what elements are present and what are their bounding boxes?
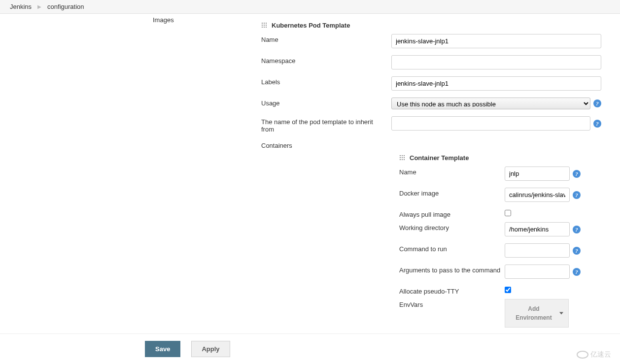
- breadcrumb: Jenkins ▶ configuration: [0, 0, 620, 14]
- container-template-header: Container Template: [399, 151, 601, 166]
- help-icon[interactable]: ?: [573, 247, 581, 255]
- container-name-label: Name: [399, 166, 501, 176]
- add-envvar-label: Add Environment: [516, 305, 551, 321]
- help-icon[interactable]: ?: [593, 120, 601, 128]
- tty-label: Allocate pseudo-TTY: [399, 286, 501, 295]
- help-icon[interactable]: ?: [573, 191, 581, 199]
- command-label: Command to run: [399, 243, 501, 253]
- usage-label: Usage: [261, 98, 387, 107]
- name-input[interactable]: [391, 34, 601, 48]
- cloud-icon: [577, 351, 588, 359]
- caret-down-icon: [559, 312, 563, 315]
- help-icon[interactable]: ?: [573, 268, 581, 276]
- breadcrumb-current[interactable]: configuration: [47, 3, 84, 10]
- watermark-text: 亿速云: [590, 350, 611, 359]
- save-button[interactable]: Save: [145, 341, 180, 357]
- namespace-input[interactable]: [391, 55, 601, 69]
- usage-select[interactable]: Use this node as much as possible: [391, 98, 590, 109]
- add-envvar-button[interactable]: Add Environment: [505, 299, 569, 328]
- inherit-label: The name of the pod template to inherit …: [261, 116, 387, 133]
- workdir-label: Working directory: [399, 222, 501, 232]
- container-template-title: Container Template: [410, 154, 469, 162]
- section-label-images: Images: [153, 16, 174, 24]
- labels-input[interactable]: [391, 76, 601, 91]
- help-icon[interactable]: ?: [573, 170, 581, 178]
- always-pull-label: Always pull image: [399, 209, 501, 218]
- drag-handle-icon[interactable]: [261, 22, 268, 29]
- args-input[interactable]: [505, 265, 570, 279]
- apply-button[interactable]: Apply: [191, 341, 230, 357]
- tty-checkbox[interactable]: [505, 287, 511, 293]
- labels-label: Labels: [261, 76, 387, 86]
- help-icon[interactable]: ?: [573, 226, 581, 233]
- help-icon[interactable]: ?: [593, 99, 601, 107]
- envvars-label: EnvVars: [399, 299, 501, 308]
- docker-image-label: Docker image: [399, 188, 501, 197]
- pod-template-title: Kubernetes Pod Template: [272, 22, 350, 29]
- bottom-bar: Save Apply: [0, 333, 620, 364]
- inherit-input[interactable]: [391, 116, 590, 131]
- pod-template-header: Kubernetes Pod Template: [261, 19, 601, 34]
- watermark: 亿速云: [577, 350, 611, 359]
- containers-label: Containers: [261, 140, 387, 149]
- namespace-label: Namespace: [261, 55, 387, 65]
- drag-handle-icon[interactable]: [399, 155, 406, 161]
- command-input[interactable]: [505, 243, 570, 258]
- docker-image-input[interactable]: [505, 188, 570, 202]
- args-label: Arguments to pass to the command: [399, 265, 501, 274]
- breadcrumb-root[interactable]: Jenkins: [10, 3, 32, 10]
- name-label: Name: [261, 34, 387, 43]
- always-pull-checkbox[interactable]: [505, 210, 511, 216]
- chevron-right-icon: ▶: [37, 4, 41, 9]
- workdir-input[interactable]: [505, 222, 570, 236]
- container-name-input[interactable]: [505, 166, 570, 181]
